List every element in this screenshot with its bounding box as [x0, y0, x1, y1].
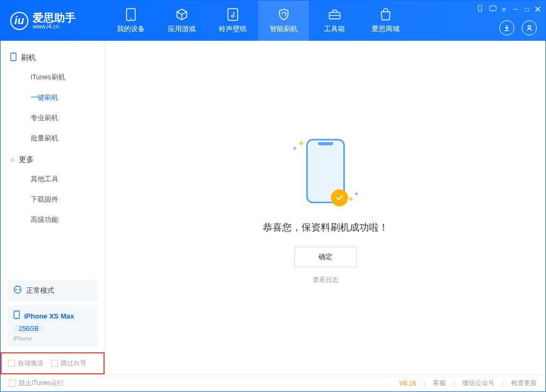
checkbox-icon [51, 360, 58, 367]
device-name: iPhone XS Max [24, 312, 74, 320]
tab-toolbox[interactable]: 工具箱 [309, 1, 360, 41]
top-tabs: 我的设备 应用游戏 铃声壁纸 智能刷机 工具箱 爱思商城 [105, 1, 411, 41]
svg-rect-4 [490, 6, 496, 11]
svg-rect-2 [228, 9, 238, 20]
sidebar-item-advanced[interactable]: 高级功能 [1, 210, 105, 230]
svg-point-8 [16, 289, 17, 291]
logo-block: iu 爱思助手 www.i4.cn [1, 12, 105, 30]
sidebar-item-one-key-flash[interactable]: 一键刷机 [1, 87, 105, 108]
sidebar: 刷机 iTunes刷机 一键刷机 专业刷机 批量刷机 ≡ 更多 其他工具 下载固… [1, 41, 105, 374]
music-file-icon [226, 8, 239, 21]
success-graphic [272, 131, 379, 211]
download-button[interactable] [499, 20, 514, 35]
device-card[interactable]: iPhone XS Max 256GB iPhone [7, 305, 98, 347]
sidebar-group-more: ≡ 更多 [1, 149, 105, 169]
option-label: 自动激活 [18, 359, 43, 368]
group-label: 更多 [19, 155, 34, 165]
view-log-link[interactable]: 查看日志 [313, 276, 338, 285]
mode-icon [13, 285, 22, 295]
sidebar-item-other-tools[interactable]: 其他工具 [1, 169, 105, 189]
support-link[interactable]: 客服 [433, 379, 446, 388]
close-button[interactable]: ✕ [534, 4, 541, 14]
options-row: 自动激活 跳过向导 [1, 352, 105, 374]
bag-icon [379, 8, 392, 21]
block-itunes-checkbox[interactable]: 阻止iTunes运行 [9, 379, 64, 388]
phone-icon [124, 8, 137, 21]
toolbox-icon [328, 8, 341, 21]
feedback-icon[interactable] [489, 5, 497, 14]
app-name: 爱思助手 [33, 12, 76, 23]
tab-label: 工具箱 [324, 24, 345, 34]
check-badge-icon [331, 189, 348, 206]
option-label: 跳过向导 [61, 359, 86, 368]
user-button[interactable] [522, 20, 537, 35]
tab-apps[interactable]: 应用游戏 [156, 1, 207, 41]
check-update-link[interactable]: 检查更新 [511, 379, 537, 388]
tab-ringtone[interactable]: 铃声壁纸 [207, 1, 258, 41]
sidebar-item-batch-flash[interactable]: 批量刷机 [1, 128, 105, 149]
phone-icon [13, 310, 20, 321]
svg-point-5 [528, 26, 531, 28]
version-label: V8.16 [399, 380, 416, 387]
tab-label: 我的设备 [117, 24, 145, 34]
cube-icon [175, 8, 188, 21]
svg-point-7 [14, 286, 21, 293]
main-content: 恭喜您，保资料刷机成功啦！ 确定 查看日志 [105, 41, 545, 374]
app-window: iu 爱思助手 www.i4.cn 我的设备 应用游戏 铃声壁纸 智能刷机 [0, 0, 546, 392]
tab-label: 铃声壁纸 [219, 24, 247, 34]
mode-card[interactable]: 正常模式 [7, 280, 98, 301]
list-icon: ≡ [10, 156, 14, 164]
tab-my-device[interactable]: 我的设备 [105, 1, 156, 41]
tab-label: 应用游戏 [168, 24, 196, 34]
body: 刷机 iTunes刷机 一键刷机 专业刷机 批量刷机 ≡ 更多 其他工具 下载固… [1, 41, 545, 374]
window-controls: ≡ － □ ✕ [476, 4, 541, 15]
shield-refresh-icon [277, 8, 290, 21]
tab-store[interactable]: 爱思商城 [360, 1, 411, 41]
tab-label: 爱思商城 [372, 24, 400, 34]
tab-smart-flash[interactable]: 智能刷机 [258, 1, 309, 41]
minimize-button[interactable]: － [511, 4, 520, 15]
device-icon [10, 53, 17, 63]
checkbox-icon [9, 380, 16, 387]
app-url: www.i4.cn [33, 23, 76, 29]
svg-point-1 [130, 18, 131, 19]
sidebar-item-itunes-flash[interactable]: iTunes刷机 [1, 67, 105, 87]
sidebar-item-pro-flash[interactable]: 专业刷机 [1, 108, 105, 128]
group-label: 刷机 [21, 53, 36, 63]
header-actions [499, 20, 537, 35]
svg-rect-6 [11, 53, 16, 61]
mode-label: 正常模式 [26, 286, 54, 295]
header: iu 爱思助手 www.i4.cn 我的设备 应用游戏 铃声壁纸 智能刷机 [1, 1, 545, 41]
footer-label: 阻止iTunes运行 [19, 379, 64, 388]
skip-guide-checkbox[interactable]: 跳过向导 [51, 359, 86, 368]
svg-rect-10 [14, 311, 19, 319]
sidebar-group-flash: 刷机 [1, 46, 105, 67]
auto-activate-checkbox[interactable]: 自动激活 [8, 359, 43, 368]
tshirt-icon[interactable] [476, 5, 484, 14]
success-message: 恭喜您，保资料刷机成功啦！ [263, 221, 388, 234]
sidebar-item-download-firmware[interactable]: 下载固件 [1, 189, 105, 210]
maximize-button[interactable]: □ [525, 6, 529, 13]
ok-button[interactable]: 确定 [294, 247, 357, 267]
logo-icon: iu [10, 12, 28, 30]
tab-label: 智能刷机 [270, 24, 298, 34]
checkbox-icon [8, 360, 15, 367]
device-type: iPhone [13, 335, 92, 342]
wechat-link[interactable]: 微信公众号 [462, 379, 495, 388]
svg-point-9 [19, 289, 20, 291]
device-storage-badge: 256GB [13, 324, 44, 333]
footer: 阻止iTunes运行 V8.16 | 客服 | 微信公众号 | 检查更新 [1, 374, 545, 391]
menu-icon[interactable]: ≡ [502, 6, 506, 13]
